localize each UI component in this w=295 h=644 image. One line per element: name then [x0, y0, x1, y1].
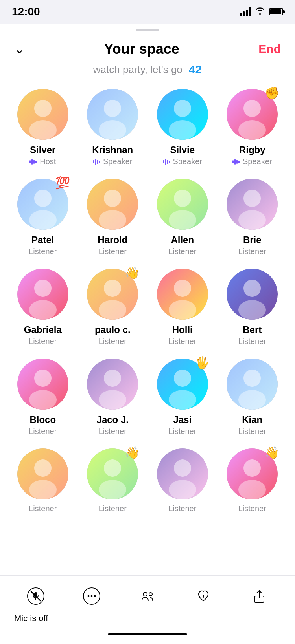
svg-point-41 — [99, 390, 126, 410]
svg-point-1 — [34, 100, 52, 117]
participant-role: Listener — [99, 504, 127, 513]
participant-item[interactable]: Listener — [8, 445, 78, 516]
listener-count: 42 — [189, 63, 202, 76]
participant-item[interactable]: BertListener — [218, 265, 288, 349]
svg-point-69 — [149, 593, 152, 596]
svg-point-32 — [169, 300, 196, 320]
participant-role: Listener — [29, 247, 57, 256]
bottom-toolbar: Mic is off — [0, 575, 295, 644]
participant-name: Jasi — [173, 414, 192, 425]
participant-name: Silvie — [170, 145, 195, 156]
participant-name: Gabriela — [24, 324, 62, 335]
participant-item[interactable]: KianListener — [218, 355, 288, 439]
participant-role: Listener — [99, 337, 127, 346]
participant-item[interactable]: 👋 Listener — [218, 445, 288, 516]
svg-point-11 — [238, 120, 266, 140]
participant-role: Listener — [238, 427, 266, 436]
avatar-emoji: ✊ — [265, 87, 279, 99]
people-icon — [139, 587, 156, 605]
svg-point-20 — [169, 210, 196, 230]
svg-point-17 — [99, 210, 126, 230]
participant-item[interactable]: Jaco J.Listener — [78, 355, 148, 439]
participant-item[interactable]: Silvie Speaker — [148, 86, 218, 169]
participant-item[interactable]: 🖐️ JasiListener — [148, 355, 218, 439]
chevron-down-icon[interactable]: ⌄ — [14, 42, 25, 57]
soundwave-icon — [163, 159, 170, 165]
mic-button[interactable] — [19, 584, 52, 609]
participant-name: Krishnan — [92, 145, 133, 156]
participant-item[interactable]: HaroldListener — [78, 176, 148, 259]
home-indicator — [108, 633, 187, 635]
avatar-emoji: 🖐️ — [195, 357, 210, 369]
participant-role: Listener — [168, 427, 196, 436]
participant-name: Kian — [242, 414, 262, 425]
participant-name: Jaco J. — [97, 414, 129, 425]
svg-point-8 — [169, 120, 196, 140]
avatar-emoji: 👋 — [125, 267, 140, 279]
participant-item[interactable]: AllenListener — [148, 176, 218, 259]
participant-role: Listener — [238, 504, 266, 513]
svg-point-58 — [243, 459, 261, 477]
svg-point-65 — [88, 595, 90, 597]
header: ⌄ Your space End — [0, 31, 295, 60]
participant-item[interactable]: BlocoListener — [8, 355, 78, 439]
svg-point-47 — [238, 390, 266, 410]
svg-point-29 — [99, 300, 126, 320]
svg-point-19 — [174, 190, 191, 207]
battery-icon — [269, 8, 283, 15]
svg-point-53 — [99, 480, 126, 499]
participant-role: Speaker — [93, 157, 133, 166]
participant-item[interactable]: Krishnan Speaker — [78, 86, 148, 169]
more-options-button[interactable] — [75, 584, 108, 609]
signal-icon — [240, 7, 251, 16]
svg-point-52 — [104, 459, 121, 477]
svg-point-28 — [104, 280, 121, 297]
svg-point-14 — [29, 210, 57, 230]
people-button[interactable] — [131, 584, 164, 609]
participant-role: Listener — [99, 247, 127, 256]
share-icon — [251, 587, 268, 605]
participant-item[interactable]: Silver Host — [8, 86, 78, 169]
wifi-icon — [255, 6, 265, 17]
svg-point-31 — [174, 280, 191, 297]
participant-name: Harold — [98, 234, 127, 245]
page-title: Your space — [104, 41, 179, 57]
participant-item[interactable]: 💯 PatelListener — [8, 176, 78, 259]
svg-point-67 — [94, 595, 96, 597]
main-container: ⌄ Your space End watch party, let's go 4… — [0, 29, 295, 644]
participant-role: Listener — [29, 427, 57, 436]
speakers-grid: Silver Host Krishnan Speaker — [0, 86, 295, 169]
svg-point-2 — [29, 120, 57, 140]
end-button[interactable]: End — [258, 42, 281, 56]
participant-name: Bloco — [30, 414, 56, 425]
subtitle-row: watch party, let's go 42 — [0, 60, 295, 86]
participant-item[interactable]: 👋 paulo c.Listener — [78, 265, 148, 349]
svg-point-68 — [143, 592, 147, 596]
svg-point-38 — [29, 390, 57, 410]
soundwave-icon — [93, 159, 100, 165]
status-bar: 12:00 — [0, 0, 295, 24]
svg-point-59 — [238, 480, 266, 499]
svg-point-43 — [174, 370, 191, 387]
listeners-grid: 💯 PatelListener HaroldListener — [0, 176, 295, 516]
soundwave-icon — [232, 159, 240, 165]
svg-point-7 — [174, 100, 191, 117]
heart-plus-button[interactable] — [187, 584, 220, 609]
participant-role: Speaker — [163, 157, 203, 166]
participant-item[interactable]: GabrielaListener — [8, 265, 78, 349]
participant-item[interactable]: BrieListener — [218, 176, 288, 259]
participant-role: Listener — [29, 504, 57, 513]
participant-name: paulo c. — [95, 324, 131, 335]
participant-item[interactable]: 👋 Listener — [78, 445, 148, 516]
participant-item[interactable]: HolliListener — [148, 265, 218, 349]
participant-name: Silver — [30, 145, 55, 156]
participant-item[interactable]: ✊ Rigby Speaker — [218, 86, 288, 169]
status-icons — [240, 6, 283, 17]
share-button[interactable] — [243, 584, 276, 609]
svg-point-5 — [99, 120, 126, 140]
svg-point-66 — [91, 595, 93, 597]
participant-item[interactable]: Listener — [148, 445, 218, 516]
svg-point-10 — [243, 100, 261, 117]
mic-off-icon — [27, 587, 44, 605]
participant-role: Speaker — [232, 157, 272, 166]
